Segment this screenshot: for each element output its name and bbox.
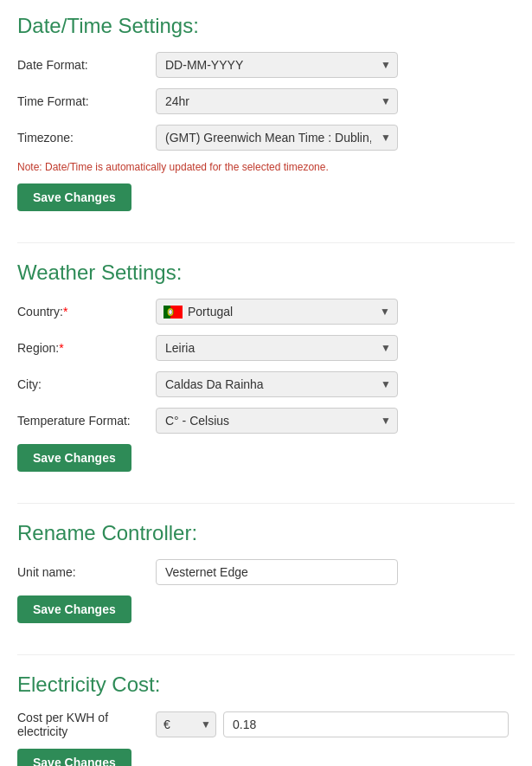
portugal-flag-icon bbox=[163, 306, 183, 319]
time-format-label: Time Format: bbox=[17, 94, 156, 108]
rename-save-button[interactable]: Save Changes bbox=[17, 595, 131, 623]
datetime-section: Date/Time Settings: Date Format: DD-MM-Y… bbox=[17, 14, 515, 222]
country-select-wrapper: Portugal Spain France Germany United Kin… bbox=[156, 299, 398, 325]
date-format-label: Date Format: bbox=[17, 58, 156, 72]
country-label: Country:* bbox=[17, 305, 156, 319]
svg-point-3 bbox=[169, 309, 172, 314]
timezone-row: Timezone: (GMT) Greenwich Mean Time : Du… bbox=[17, 125, 515, 151]
region-required-marker: * bbox=[59, 341, 63, 355]
date-format-select[interactable]: DD-MM-YYYY MM-DD-YYYY YYYY-MM-DD bbox=[156, 52, 398, 78]
electricity-title: Electricity Cost: bbox=[17, 673, 515, 697]
electricity-save-button[interactable]: Save Changes bbox=[17, 749, 131, 766]
unit-name-label: Unit name: bbox=[17, 565, 156, 579]
rename-title: Rename Controller: bbox=[17, 521, 515, 545]
weather-title: Weather Settings: bbox=[17, 261, 515, 285]
country-required-marker: * bbox=[63, 305, 67, 319]
rename-section: Rename Controller: Unit name: Save Chang… bbox=[17, 521, 515, 634]
city-row: City: Caldas Da Rainha Leiria Marinha Gr… bbox=[17, 371, 515, 397]
time-format-select[interactable]: 24hr 12hr bbox=[156, 88, 398, 114]
weather-save-button[interactable]: Save Changes bbox=[17, 444, 131, 472]
datetime-note: Note: Date/Time is automatically updated… bbox=[17, 161, 515, 173]
country-select[interactable]: Portugal Spain France Germany United Kin… bbox=[188, 299, 390, 324]
electricity-cost-row: Cost per KWH of electricity € $ £ ¥ ▼ bbox=[17, 711, 515, 738]
cost-value-input[interactable] bbox=[223, 711, 509, 737]
time-format-select-wrapper: 24hr 12hr ▼ bbox=[156, 88, 398, 114]
region-select-wrapper: Leiria Lisboa Porto Faro ▼ bbox=[156, 335, 398, 361]
date-format-select-wrapper: DD-MM-YYYY MM-DD-YYYY YYYY-MM-DD ▼ bbox=[156, 52, 398, 78]
electricity-section: Electricity Cost: Cost per KWH of electr… bbox=[17, 673, 515, 766]
city-select-wrapper: Caldas Da Rainha Leiria Marinha Grande P… bbox=[156, 371, 398, 397]
city-select[interactable]: Caldas Da Rainha Leiria Marinha Grande P… bbox=[156, 371, 398, 397]
currency-select-wrapper: € $ £ ¥ ▼ bbox=[156, 711, 216, 737]
region-label: Region:* bbox=[17, 341, 156, 355]
country-row: Country:* Portugal Spain France Germany … bbox=[17, 299, 515, 325]
timezone-label: Timezone: bbox=[17, 131, 156, 145]
divider-2 bbox=[17, 503, 515, 504]
currency-select[interactable]: € $ £ ¥ bbox=[156, 711, 216, 737]
time-format-row: Time Format: 24hr 12hr ▼ bbox=[17, 88, 515, 114]
temp-format-label: Temperature Format: bbox=[17, 414, 156, 428]
cost-label: Cost per KWH of electricity bbox=[17, 711, 156, 738]
region-select[interactable]: Leiria Lisboa Porto Faro bbox=[156, 335, 398, 361]
temp-format-row: Temperature Format: C° - Celsius F° - Fa… bbox=[17, 408, 515, 434]
timezone-select-wrapper: (GMT) Greenwich Mean Time : Dublin, (GMT… bbox=[156, 125, 398, 151]
temp-format-select-wrapper: C° - Celsius F° - Fahrenheit ▼ bbox=[156, 408, 398, 434]
divider-1 bbox=[17, 242, 515, 243]
unit-name-input[interactable] bbox=[156, 559, 398, 585]
city-label: City: bbox=[17, 377, 156, 391]
datetime-save-button[interactable]: Save Changes bbox=[17, 183, 131, 211]
temp-format-select[interactable]: C° - Celsius F° - Fahrenheit bbox=[156, 408, 398, 434]
datetime-title: Date/Time Settings: bbox=[17, 14, 515, 38]
region-row: Region:* Leiria Lisboa Porto Faro ▼ bbox=[17, 335, 515, 361]
date-format-row: Date Format: DD-MM-YYYY MM-DD-YYYY YYYY-… bbox=[17, 52, 515, 78]
unit-name-row: Unit name: bbox=[17, 559, 515, 585]
divider-3 bbox=[17, 654, 515, 655]
timezone-select[interactable]: (GMT) Greenwich Mean Time : Dublin, (GMT… bbox=[156, 125, 398, 151]
weather-section: Weather Settings: Country:* Portugal Spa… bbox=[17, 261, 515, 482]
